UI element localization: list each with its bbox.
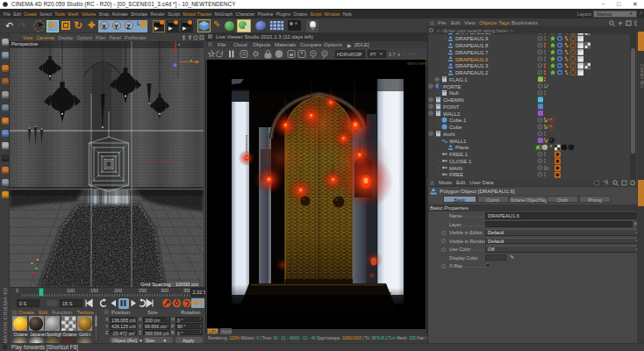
svg-text:DRAPEAU1.3: DRAPEAU1.3 <box>455 63 489 68</box>
svg-text:Cube.1: Cube.1 <box>449 118 467 123</box>
svg-text:Null: Null <box>449 90 458 96</box>
svg-text:MAIN: MAIN <box>449 166 462 171</box>
svg-text:FREE: FREE <box>449 172 463 177</box>
svg-text:WALL1: WALL1 <box>449 139 467 144</box>
svg-text:Archi: Archi <box>443 132 455 137</box>
svg-text:Grid Spacing : 10000 cm: Grid Spacing : 10000 cm <box>140 282 198 287</box>
svg-text:DRAPEAU1.10: DRAPEAU1.10 <box>455 33 491 35</box>
svg-text:DRAPEAU1.2: DRAPEAU1.2 <box>455 70 489 75</box>
svg-text:WALL2: WALL2 <box>443 111 461 117</box>
svg-text:DRAPEAU1.7: DRAPEAU1.7 <box>455 50 489 55</box>
svg-text:CLOSE.1: CLOSE.1 <box>449 159 472 164</box>
svg-text:FREE.1: FREE.1 <box>449 152 469 157</box>
svg-text:CHEMIN: CHEMIN <box>443 97 464 103</box>
svg-text:Cube: Cube <box>449 125 462 130</box>
svg-text:DRAPEAU1.9: DRAPEAU1.9 <box>455 36 489 41</box>
svg-text:DRAPEAU1.8: DRAPEAU1.8 <box>455 43 489 48</box>
svg-text:DRAPEAU1.6: DRAPEAU1.6 <box>455 57 489 62</box>
svg-text::X:: :X: <box>544 166 550 171</box>
svg-text:PORTE: PORTE <box>443 84 462 90</box>
svg-text:R: R <box>242 51 247 57</box>
svg-text:Plane: Plane <box>455 145 469 150</box>
svg-text:POINT: POINT <box>443 104 460 110</box>
svg-text:FLAG.1: FLAG.1 <box>449 77 468 82</box>
